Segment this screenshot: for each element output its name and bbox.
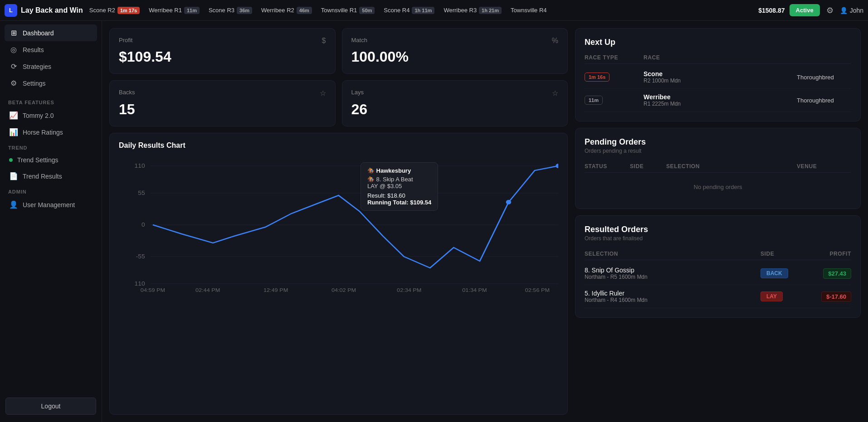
- sidebar-label-trend-settings: Trend Settings: [17, 156, 59, 164]
- sidebar: ⊞Dashboard◎Results⟳Strategies⚙Settings B…: [0, 21, 102, 422]
- pending-orders-subtitle: Orders pending a result: [585, 148, 851, 154]
- sidebar-item-results[interactable]: ◎Results: [5, 41, 97, 58]
- resulted-profit-0: $27.43: [806, 270, 851, 277]
- race-tab-0[interactable]: Scone R21m 17s: [86, 5, 143, 16]
- user-menu[interactable]: 👤 John: [840, 7, 863, 14]
- active-button[interactable]: Active: [790, 4, 820, 16]
- pending-col-side: Side: [630, 163, 666, 170]
- sidebar-trend-menu: Trend Settings📄Trend Results: [0, 152, 102, 184]
- sidebar-icon-horse-ratings: 📊: [9, 128, 18, 136]
- race-tab-badge: 1m 17s: [117, 7, 140, 14]
- user-avatar-icon: 👤: [840, 7, 848, 14]
- sidebar-icon-strategies: ⟳: [9, 62, 18, 71]
- trend-dot: [9, 158, 13, 162]
- svg-text:0: 0: [141, 222, 145, 228]
- sidebar-icon-trend-results: 📄: [9, 172, 18, 180]
- pending-col-status: Status: [585, 163, 630, 170]
- race-tab-badge: 11m: [184, 7, 200, 14]
- next-up-info-1: Werribee R1 2225m Mdn: [644, 93, 797, 107]
- backs-value: 15: [119, 101, 326, 118]
- pending-col-venue: Venue: [797, 163, 851, 170]
- next-up-header: Race Type Race: [585, 52, 851, 64]
- svg-text:04:02 PM: 04:02 PM: [332, 287, 356, 293]
- sidebar-label-results: Results: [23, 46, 44, 53]
- main-right-column: Next Up Race Type Race 1m 16s Scone R2 1…: [575, 28, 861, 415]
- race-tab-name: Scone R4: [384, 7, 410, 14]
- svg-text:110: 110: [135, 281, 145, 287]
- sidebar-item-user-management[interactable]: 👤User Management: [5, 196, 97, 213]
- chart-svg: 110 55 0 -55 110 04:59 PM 02:44 PM: [119, 157, 558, 293]
- race-tab-1[interactable]: Werribee R111m: [145, 5, 203, 16]
- backs-label: Backs: [119, 89, 135, 96]
- main-content: Profit $ $109.54 Match % 100.00% Backs ☆: [102, 21, 868, 422]
- main-layout: ⊞Dashboard◎Results⟳Strategies⚙Settings B…: [0, 21, 868, 422]
- race-tab-name: Scone R2: [89, 7, 115, 14]
- app-logo[interactable]: L Lay Back and Win: [5, 4, 83, 17]
- sidebar-label-dashboard: Dashboard: [23, 29, 54, 37]
- no-pending-text: No pending orders: [585, 175, 851, 199]
- race-tab-7[interactable]: Townsville R4: [507, 5, 550, 15]
- race-tab-5[interactable]: Scone R41h 11m: [380, 5, 438, 16]
- next-up-col-type: [797, 54, 851, 61]
- race-tab-2[interactable]: Scone R336m: [205, 5, 256, 16]
- race-tab-name: Werribee R1: [149, 7, 182, 14]
- race-tab-4[interactable]: Townsville R150m: [317, 5, 379, 16]
- profit-value: $109.54: [119, 49, 326, 65]
- svg-text:04:59 PM: 04:59 PM: [141, 287, 165, 293]
- top-navigation: L Lay Back and Win Scone R21m 17sWerribe…: [0, 0, 868, 21]
- sidebar-item-settings[interactable]: ⚙Settings: [5, 75, 97, 92]
- sidebar-label-tommy: Tommy 2.0: [23, 112, 54, 119]
- match-icon: %: [552, 37, 558, 45]
- sidebar-label-settings: Settings: [23, 80, 46, 87]
- next-up-title: Next Up: [585, 38, 851, 47]
- sidebar-item-tommy[interactable]: 📈Tommy 2.0: [5, 107, 97, 124]
- chart-area: 110 55 0 -55 110 04:59 PM 02:44 PM: [119, 157, 558, 293]
- sidebar-main-menu: ⊞Dashboard◎Results⟳Strategies⚙Settings: [0, 21, 102, 95]
- svg-text:02:44 PM: 02:44 PM: [195, 287, 220, 293]
- sidebar-item-horse-ratings[interactable]: 📊Horse Ratings: [5, 124, 97, 141]
- race-tab-3[interactable]: Werribee R246m: [258, 5, 316, 16]
- race-tab-badge: 50m: [359, 7, 375, 14]
- sidebar-item-strategies[interactable]: ⟳Strategies: [5, 58, 97, 75]
- logo-icon: L: [5, 4, 17, 17]
- resulted-side-1: LAY: [761, 291, 806, 301]
- sidebar-icon-dashboard: ⊞: [9, 29, 18, 37]
- resulted-selection-0: 8. Snip Of Gossip Northam - R5 1600m Mdn: [585, 267, 761, 280]
- race-tab-name: Werribee R2: [261, 7, 294, 14]
- sidebar-item-trend-results[interactable]: 📄Trend Results: [5, 168, 97, 184]
- balance-display: $1508.87: [758, 7, 785, 14]
- sidebar-item-dashboard[interactable]: ⊞Dashboard: [5, 24, 97, 41]
- sidebar-label-strategies: Strategies: [23, 63, 51, 70]
- svg-text:55: 55: [138, 190, 145, 196]
- next-up-row-1: 11m Werribee R1 2225m Mdn Thoroughbred: [585, 89, 851, 112]
- next-up-info-0: Scone R2 1000m Mdn: [644, 70, 797, 84]
- svg-point-10: [556, 164, 558, 168]
- next-up-badge-1: 11m: [585, 96, 644, 105]
- race-tab-6[interactable]: Werribee R31h 21m: [440, 5, 505, 16]
- svg-text:01:34 PM: 01:34 PM: [462, 287, 487, 293]
- topnav-right: $1508.87 Active ⚙ 👤 John: [758, 4, 863, 17]
- profit-card: Profit $ $109.54: [109, 28, 336, 74]
- settings-icon-button[interactable]: ⚙: [824, 4, 835, 17]
- resulted-orders-panel: Resulted Orders Orders that are finalise…: [575, 215, 861, 318]
- pending-col-selection: Selection: [666, 163, 797, 170]
- resulted-col-side: Side: [761, 251, 806, 257]
- lays-card-header: Lays ☆: [351, 89, 559, 97]
- svg-text:110: 110: [135, 163, 145, 169]
- match-card: Match % 100.00%: [342, 28, 568, 74]
- sidebar-icon-user-management: 👤: [9, 200, 18, 209]
- sidebar-label-user-management: User Management: [23, 201, 75, 209]
- profit-card-header: Profit $: [119, 37, 326, 45]
- profit-icon: $: [322, 37, 326, 45]
- match-value: 100.00%: [351, 49, 559, 65]
- main-left-column: Profit $ $109.54 Match % 100.00% Backs ☆: [109, 28, 568, 415]
- chart-card: Daily Results Chart 110 55 0 -55: [109, 133, 568, 415]
- stat-cards-grid: Profit $ $109.54 Match % 100.00% Backs ☆: [109, 28, 568, 126]
- logout-button[interactable]: Logout: [5, 398, 96, 415]
- admin-title: Admin: [0, 184, 102, 196]
- next-up-type-1: Thoroughbred: [797, 97, 851, 104]
- sidebar-item-trend-settings[interactable]: Trend Settings: [5, 152, 97, 168]
- svg-text:02:56 PM: 02:56 PM: [525, 287, 550, 293]
- profit-label: Profit: [119, 37, 132, 44]
- lays-card: Lays ☆ 26: [342, 80, 568, 126]
